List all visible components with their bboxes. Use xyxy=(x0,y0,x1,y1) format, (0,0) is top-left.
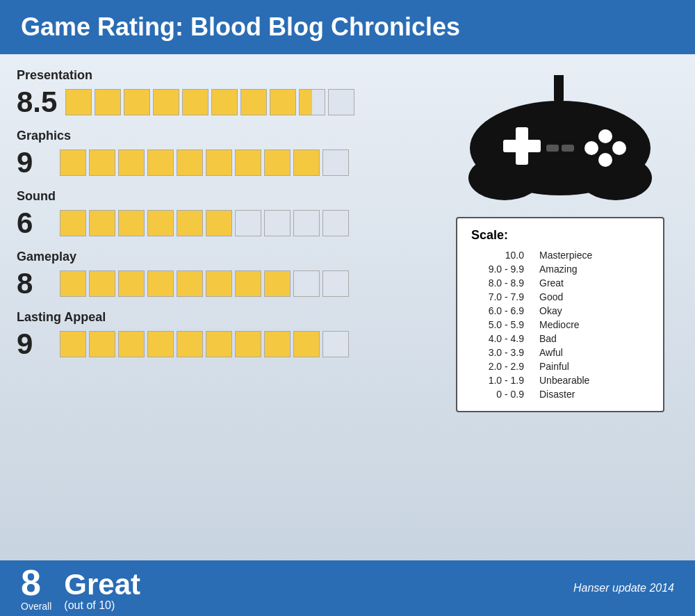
bar-cell xyxy=(235,270,261,297)
bar-cell xyxy=(124,89,150,115)
svg-rect-4 xyxy=(516,127,528,165)
bar-cell xyxy=(264,210,291,236)
rating-row: Presentation8.5 xyxy=(17,68,428,119)
rating-row: Gameplay8 xyxy=(17,250,428,300)
bar-cell xyxy=(240,89,267,115)
scale-range: 4.0 - 4.9 xyxy=(471,332,527,346)
rating-content: 9 xyxy=(17,327,428,361)
bar-cell xyxy=(118,210,145,236)
bar-cell xyxy=(118,149,145,176)
rating-number: 8 xyxy=(17,267,51,300)
right-panel: Scale: 10.0Masterpiece9.0 - 9.9Amazing8.… xyxy=(442,68,678,553)
rating-number: 8.5 xyxy=(17,86,57,119)
left-panel: Presentation8.5Graphics9Sound6Gameplay8L… xyxy=(17,68,428,553)
bar-cell xyxy=(147,331,174,357)
bar-cell xyxy=(264,270,291,297)
scale-range: 6.0 - 6.9 xyxy=(471,304,527,318)
page-title: Game Rating: Blood Blog Chronicles xyxy=(21,13,460,41)
svg-rect-9 xyxy=(546,145,559,152)
bar-container xyxy=(60,331,349,357)
bar-cell xyxy=(206,149,232,176)
bar-cell xyxy=(153,89,179,115)
bar-container xyxy=(60,149,349,176)
bar-container xyxy=(65,89,354,115)
bar-cell xyxy=(89,270,115,297)
svg-point-1 xyxy=(468,156,541,200)
scale-label: Disaster xyxy=(527,387,649,401)
bar-container xyxy=(60,270,349,297)
scale-label: Great xyxy=(527,276,649,290)
scale-range: 1.0 - 1.9 xyxy=(471,373,527,387)
footer: 8 Overall Great (out of 10) Hanser updat… xyxy=(0,560,695,616)
scale-row: 6.0 - 6.9Okay xyxy=(471,304,649,318)
bar-cell xyxy=(177,331,203,357)
bar-cell xyxy=(270,89,296,115)
scale-label: Bad xyxy=(527,332,649,346)
bar-cell xyxy=(95,89,121,115)
scale-label: Mediocre xyxy=(527,318,649,332)
scale-label: Masterpiece xyxy=(527,248,649,262)
scale-range: 8.0 - 8.9 xyxy=(471,276,527,290)
rating-row: Graphics9 xyxy=(17,129,428,179)
bar-cell xyxy=(293,210,320,236)
rating-label: Gameplay xyxy=(17,250,428,264)
svg-point-6 xyxy=(612,141,626,155)
bar-cell xyxy=(322,331,349,357)
scale-row: 10.0Masterpiece xyxy=(471,248,649,262)
bar-cell xyxy=(211,89,238,115)
bar-cell xyxy=(235,149,261,176)
rating-content: 6 xyxy=(17,206,428,240)
scale-range: 10.0 xyxy=(471,248,527,262)
bar-cell xyxy=(60,210,86,236)
bar-cell xyxy=(89,210,115,236)
footer-outof: (out of 10) xyxy=(64,599,140,612)
scale-range: 9.0 - 9.9 xyxy=(471,262,527,276)
scale-range: 5.0 - 5.9 xyxy=(471,318,527,332)
scale-row: 5.0 - 5.9Mediocre xyxy=(471,318,649,332)
rating-content: 9 xyxy=(17,146,428,179)
overall-number: 8 xyxy=(21,562,41,603)
bar-cell xyxy=(322,149,349,176)
scale-row: 4.0 - 4.9Bad xyxy=(471,332,649,346)
bar-cell xyxy=(293,149,320,176)
bar-cell xyxy=(177,270,203,297)
bar-cell xyxy=(118,270,145,297)
scale-row: 9.0 - 9.9Amazing xyxy=(471,262,649,276)
scale-box: Scale: 10.0Masterpiece9.0 - 9.9Amazing8.… xyxy=(456,217,664,412)
scale-row: 1.0 - 1.9Unbearable xyxy=(471,373,649,387)
rating-label: Presentation xyxy=(17,68,428,83)
bar-cell xyxy=(147,270,174,297)
scale-row: 3.0 - 3.9Awful xyxy=(471,346,649,359)
bar-cell xyxy=(89,149,115,176)
rating-number: 9 xyxy=(17,327,51,361)
bar-cell xyxy=(147,210,174,236)
scale-range: 2.0 - 2.9 xyxy=(471,359,527,373)
bar-cell xyxy=(264,149,291,176)
bar-cell xyxy=(322,210,349,236)
svg-point-8 xyxy=(584,141,598,155)
rating-label: Lasting Appeal xyxy=(17,310,428,325)
scale-row: 7.0 - 7.9Good xyxy=(471,290,649,304)
svg-point-5 xyxy=(598,129,612,143)
bar-cell xyxy=(206,270,232,297)
bar-cell xyxy=(60,331,86,357)
body: Presentation8.5Graphics9Sound6Gameplay8L… xyxy=(0,54,695,560)
controller-area xyxy=(456,68,664,207)
footer-rating-text: Great (out of 10) xyxy=(64,570,140,612)
footer-great: Great xyxy=(64,570,140,599)
scale-label: Okay xyxy=(527,304,649,318)
header: Game Rating: Blood Blog Chronicles xyxy=(0,0,695,54)
footer-left: 8 Overall Great (out of 10) xyxy=(21,565,140,612)
rating-content: 8 xyxy=(17,267,428,300)
scale-row: 8.0 - 8.9Great xyxy=(471,276,649,290)
bar-cell xyxy=(89,331,115,357)
gamepad-icon xyxy=(456,75,664,200)
bar-cell xyxy=(293,331,320,357)
scale-label: Unbearable xyxy=(527,373,649,387)
bar-cell xyxy=(147,149,174,176)
rating-label: Graphics xyxy=(17,129,428,143)
overall-score-block: 8 Overall xyxy=(21,565,51,612)
bar-cell xyxy=(235,331,261,357)
scale-range: 0 - 0.9 xyxy=(471,387,527,401)
scale-range: 7.0 - 7.9 xyxy=(471,290,527,304)
